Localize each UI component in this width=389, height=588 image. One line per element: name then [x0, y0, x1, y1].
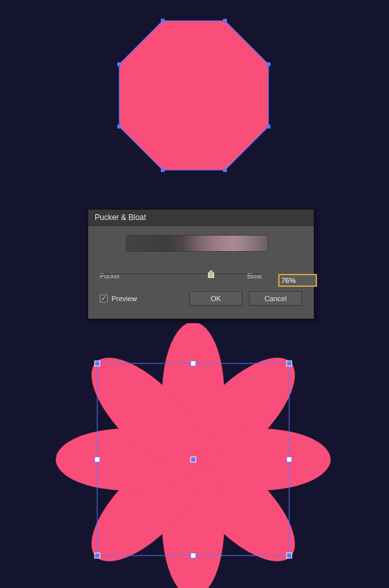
svg-rect-17 [287, 361, 292, 366]
svg-rect-5 [161, 168, 165, 172]
canvas-octagon-shape[interactable] [113, 14, 275, 177]
octagon-svg [113, 14, 275, 177]
octagon-polygon [119, 21, 268, 170]
svg-rect-19 [287, 553, 292, 558]
svg-rect-6 [117, 125, 121, 129]
dialog-controls-area [100, 235, 302, 271]
svg-rect-4 [223, 168, 227, 172]
svg-rect-20 [191, 361, 196, 366]
preview-checkbox-row[interactable]: ✓ Preview [100, 295, 137, 302]
svg-rect-2 [266, 62, 270, 66]
svg-rect-21 [191, 553, 196, 558]
pucker-bloat-slider[interactable] [100, 269, 268, 288]
cancel-button[interactable]: Cancel [249, 291, 302, 306]
svg-rect-3 [266, 125, 270, 129]
dialog-title: Pucker & Bloat [88, 210, 314, 226]
svg-rect-18 [95, 553, 100, 558]
preview-checkbox-label: Preview [112, 295, 137, 302]
slider-value-input[interactable] [278, 274, 317, 287]
svg-rect-24 [191, 457, 196, 462]
dialog-preview-strip [126, 235, 268, 252]
pucker-bloat-dialog: Pucker & Bloat Pucker Bloat ✓ Preview OK… [88, 209, 314, 319]
svg-rect-22 [95, 457, 100, 462]
dialog-body: Pucker Bloat [88, 226, 314, 280]
ok-button[interactable]: OK [189, 291, 242, 306]
flower-svg [39, 323, 348, 588]
svg-rect-1 [223, 19, 227, 23]
slider-thumb[interactable] [207, 270, 215, 278]
svg-rect-23 [287, 457, 292, 462]
preview-checkbox[interactable]: ✓ [100, 295, 108, 302]
slider-track [100, 274, 262, 275]
svg-rect-16 [95, 361, 100, 366]
svg-rect-7 [117, 62, 121, 66]
canvas-flower-shape[interactable] [39, 323, 348, 588]
svg-rect-0 [161, 19, 165, 23]
